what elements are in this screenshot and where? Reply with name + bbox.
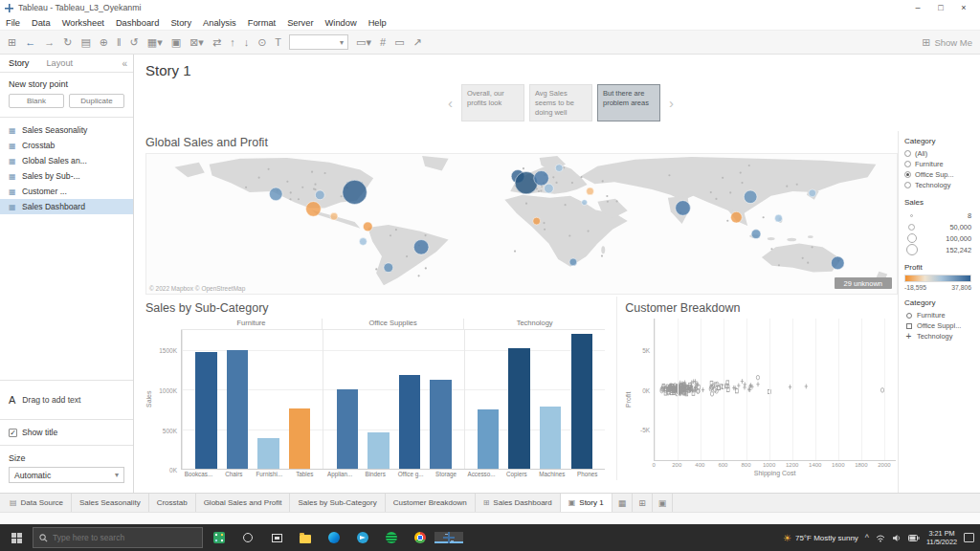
world-map[interactable]: © 2022 Mapbox © OpenStreetMap 29 unknown	[145, 153, 898, 295]
toolbar-combo[interactable]: ▾	[289, 34, 348, 50]
map-bubble-japan[interactable]	[809, 189, 816, 197]
menu-story[interactable]: Story	[165, 18, 197, 28]
sheet-tab-sales-seasonality[interactable]: Sales Seasonality	[72, 494, 149, 512]
map-bubble-mexico[interactable]	[306, 202, 322, 217]
menu-analysis[interactable]: Analysis	[197, 18, 242, 28]
sheet-tab-sales-by-sub-category[interactable]: Sales by Sub-Category	[290, 494, 385, 512]
profit-gradient[interactable]	[904, 275, 971, 282]
sidebar-sheet-sales-dashboard[interactable]: ▦Sales Dashboard	[0, 199, 133, 214]
sidebar-sheet-global-sales-an[interactable]: ▦Global Sales an...	[0, 153, 133, 168]
map-bubble-germany[interactable]	[534, 171, 549, 187]
menu-help[interactable]: Help	[363, 18, 392, 28]
undo-button[interactable]: ←	[25, 37, 35, 48]
show-title-checkbox[interactable]: ✓	[9, 429, 17, 437]
bar-copiers[interactable]	[508, 348, 529, 469]
sheet-tab-story-1[interactable]: ▣Story 1	[561, 494, 612, 512]
menu-data[interactable]: Data	[26, 18, 56, 28]
labels-button[interactable]: T	[275, 37, 281, 48]
close-button[interactable]: ×	[952, 3, 975, 12]
tab-layout[interactable]: Layout	[37, 55, 81, 71]
replay-button[interactable]: ↻	[63, 37, 72, 48]
sort-ascending-button[interactable]: ↑	[230, 37, 235, 48]
sidebar-sheet-sales-seasonality[interactable]: ▦Sales Seasonality	[0, 122, 133, 138]
map-bubble-south-africa[interactable]	[569, 258, 577, 266]
new-story-button[interactable]: ▣	[653, 494, 674, 512]
bar-office-g[interactable]	[399, 375, 420, 469]
bar-storage[interactable]	[430, 380, 451, 469]
clear-sheet-button[interactable]: ⊠▾	[189, 37, 204, 48]
map-bubble-central-us[interactable]	[315, 190, 324, 200]
map-bubble-guatemala[interactable]	[330, 213, 338, 221]
tableau-logo-icon[interactable]: ⊞	[8, 37, 16, 48]
bar-chairs[interactable]	[227, 350, 248, 469]
blank-button[interactable]: Blank	[9, 94, 64, 108]
map-bubble-argentina[interactable]	[384, 263, 393, 273]
fit-selector[interactable]: ▭▾	[356, 37, 371, 48]
sidebar-sheet-customer[interactable]: ▦Customer ...	[0, 184, 133, 199]
new-worksheet-button[interactable]: ▦	[612, 494, 634, 512]
taskbar-clock[interactable]: 3:21 PM 11/5/2022	[926, 529, 957, 546]
new-dashboard-button[interactable]: ⊞	[633, 494, 653, 512]
redo-button[interactable]: →	[44, 37, 55, 48]
map-bubble-peru[interactable]	[359, 238, 367, 246]
sidebar-sheet-sales-by-sub[interactable]: ▦Sales by Sub-...	[0, 168, 133, 184]
weather-widget[interactable]: ☀ 75°F Mostly sunny	[783, 533, 858, 543]
menu-server[interactable]: Server	[281, 18, 319, 28]
map-bubble-philippines[interactable]	[775, 215, 783, 223]
map-bubble-southeast-asia[interactable]	[731, 212, 743, 224]
file-explorer-taskbar-icon[interactable]	[291, 532, 320, 543]
story-point-caption[interactable]: But there are problem areas	[597, 84, 660, 121]
duplicate-button[interactable]: Duplicate	[69, 94, 124, 108]
wifi-icon[interactable]	[876, 534, 885, 542]
bar-bookcas[interactable]	[195, 352, 216, 469]
unknown-count-badge[interactable]: 29 unknown	[835, 277, 892, 289]
sheet-tab-sales-dashboard[interactable]: ⊞Sales Dashboard	[476, 494, 561, 512]
menu-worksheet[interactable]: Worksheet	[56, 18, 110, 28]
bar-accesso[interactable]	[478, 409, 499, 469]
battery-icon[interactable]	[908, 535, 920, 541]
map-bubble-eastern-australia[interactable]	[831, 256, 844, 270]
hidden-icons-chevron[interactable]: ^	[865, 533, 869, 542]
sheet-tab-data-source[interactable]: ▤Data Source	[2, 494, 72, 512]
map-bubble-nigeria[interactable]	[533, 217, 541, 225]
fix-axes-button[interactable]: #	[380, 37, 386, 48]
sheet-tab-global-sales-and-profit[interactable]: Global Sales and Profit	[196, 494, 291, 512]
story-point-caption[interactable]: Overall, our profits look	[461, 84, 524, 121]
share-button[interactable]: ↗	[413, 37, 422, 48]
map-bubble-italy[interactable]	[545, 184, 554, 193]
action-center-icon[interactable]	[964, 533, 974, 542]
speaker-icon[interactable]	[892, 534, 902, 542]
map-bubble-western-us[interactable]	[269, 187, 282, 201]
menu-dashboard[interactable]: Dashboard	[110, 18, 165, 28]
map-bubble-colombia[interactable]	[363, 222, 372, 231]
bar-furnishi[interactable]	[257, 438, 278, 469]
save-button[interactable]: ▤	[80, 37, 90, 48]
size-select[interactable]: Automatic ▾	[9, 467, 124, 483]
map-bubble-china[interactable]	[744, 190, 757, 204]
bar-phones[interactable]	[571, 334, 592, 469]
telegram-taskbar-icon[interactable]	[348, 532, 377, 543]
bar-binders[interactable]	[368, 432, 389, 469]
category-option-office-sup[interactable]: Office Sup...	[904, 169, 971, 180]
cortana-taskbar-icon[interactable]	[234, 532, 262, 543]
sidebar-sheet-crosstab[interactable]: ▦Crosstab	[0, 138, 133, 153]
new-worksheet-button[interactable]: ▦▾	[147, 37, 163, 48]
map-bubble-turkey[interactable]	[587, 187, 594, 195]
show-me-button[interactable]: ⊞ Show Me	[922, 36, 972, 49]
add-data-button[interactable]: ⊕	[100, 37, 108, 48]
start-button[interactable]	[0, 524, 33, 551]
duplicate-button[interactable]: ▣	[171, 37, 181, 48]
collapse-pane-icon[interactable]: «	[116, 58, 133, 69]
swap-axes-button[interactable]: ⇄	[212, 37, 221, 48]
category-option-all[interactable]: (All)	[904, 148, 971, 159]
task-view-taskbar-icon[interactable]	[262, 532, 291, 543]
highlight-button[interactable]: ⊙	[257, 37, 266, 48]
story-point-caption[interactable]: Avg Sales seems to be doing well	[529, 84, 592, 121]
map-bubble-brazil[interactable]	[413, 240, 429, 255]
tableau-taskbar-icon[interactable]	[434, 532, 463, 543]
spotify-taskbar-icon[interactable]	[377, 532, 406, 543]
map-bubble-eastern-us[interactable]	[343, 181, 367, 205]
sort-descending-button[interactable]: ↓	[244, 37, 250, 48]
sheet-tab-customer-breakdown[interactable]: Customer Breakdown	[386, 494, 476, 512]
store-taskbar-icon[interactable]	[205, 532, 234, 543]
